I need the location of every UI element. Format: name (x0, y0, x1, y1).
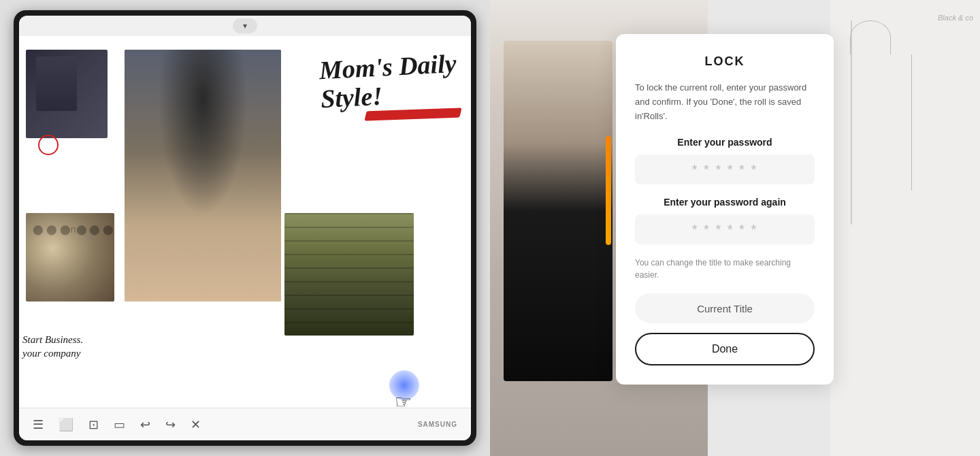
suit-image (26, 50, 108, 138)
handwriting-bottom-line1: Start Business. (22, 333, 83, 347)
sketch-label: Black & co (938, 14, 973, 22)
sticky-note-icon[interactable]: ⬜ (59, 417, 74, 432)
image-insert-icon[interactable]: ⊡ (88, 417, 99, 432)
undo-icon[interactable]: ↩ (140, 417, 150, 432)
lock-hint-text: You can change the title to make searchi… (635, 257, 815, 281)
lock-description: To lock the current roll, enter your pas… (635, 81, 815, 123)
lock-modal: LOCK To lock the current roll, enter you… (616, 34, 834, 385)
menu-icon[interactable]: ☰ (33, 417, 44, 432)
tablet-toolbar: ☰ ⬜ ⊡ ▭ ↩ ↪ ✕ SAMSUNG (19, 408, 471, 440)
select-icon[interactable]: ▭ (114, 417, 125, 432)
sketch-head (850, 20, 891, 54)
samsung-logo: SAMSUNG (418, 421, 457, 428)
fashion-sketches-background: Black & co (830, 0, 980, 456)
circle-annotation (38, 135, 59, 155)
sketch-body (830, 54, 912, 191)
hand-icon: ☞ (395, 391, 412, 408)
password-dots: * * * * * * (692, 162, 757, 178)
password-again-label: Enter your password again (635, 197, 815, 208)
buttons-image (26, 213, 114, 302)
handwriting-bottom: Start Business. your company (22, 333, 83, 360)
fabric-stack-image (284, 213, 414, 336)
redo-icon[interactable]: ↪ (165, 417, 176, 432)
current-title-label: Current Title (697, 303, 753, 314)
tablet-top-bar: ▾ (19, 16, 471, 36)
password-again-input-field[interactable]: * * * * * * (635, 214, 815, 244)
chevron-down-button[interactable]: ▾ (233, 18, 257, 33)
done-button[interactable]: Done (635, 333, 815, 365)
main-portrait-image (125, 50, 281, 302)
handwriting-bottom-line2: your company (22, 347, 83, 361)
password-input-field[interactable]: * * * * * * (635, 154, 815, 184)
left-panel: ▾ Black (0, 0, 490, 456)
password-label: Enter your password (635, 137, 815, 148)
lock-modal-title: LOCK (635, 54, 815, 69)
handwriting-title: Mom's Daily Style! (318, 50, 459, 114)
tablet-screen: ▾ Black (19, 16, 471, 440)
tablet-frame: ▾ Black (14, 10, 476, 446)
current-title-button[interactable]: Current Title (635, 293, 815, 323)
close-icon[interactable]: ✕ (191, 417, 201, 432)
password-again-dots: * * * * * * (692, 222, 757, 238)
right-panel: Black & co LOCK To lock the current roll… (490, 0, 980, 456)
done-label: Done (712, 343, 738, 355)
chevron-down-icon: ▾ (243, 21, 247, 31)
orange-accent-line (606, 136, 611, 245)
canvas-area[interactable]: Black Mom's Daily Style! Start Business. (19, 36, 471, 408)
toolbar-icons: ☰ ⬜ ⊡ ▭ ↩ ↪ ✕ (33, 417, 201, 432)
